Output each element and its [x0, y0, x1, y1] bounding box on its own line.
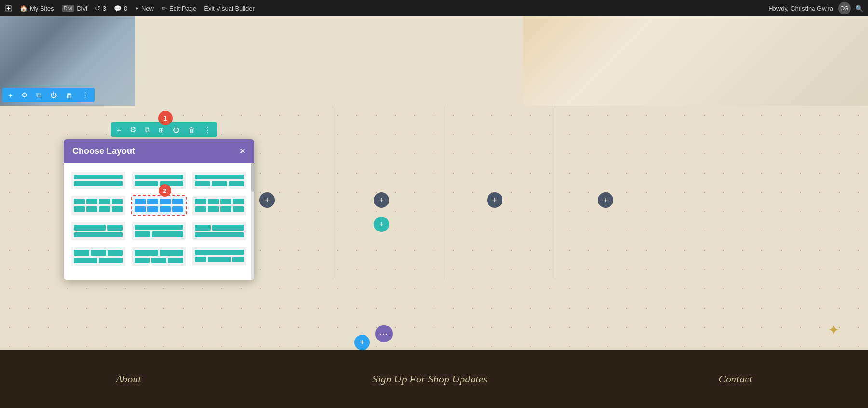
- wp-icon: ⊞: [5, 3, 12, 14]
- new-menu[interactable]: + New: [135, 5, 154, 12]
- plus-icon-section: +: [360, 338, 365, 348]
- add-col-btn-3[interactable]: +: [487, 192, 502, 208]
- layout-5col-c[interactable]: [191, 246, 247, 267]
- plus-icon-teal: +: [379, 219, 384, 230]
- top-images: [0, 16, 868, 106]
- new-label: New: [141, 5, 154, 12]
- user-avatar[interactable]: CG: [838, 2, 851, 14]
- footer: About Sign Up For Shop Updates Contact: [0, 350, 868, 408]
- comments-count: 0: [124, 5, 127, 12]
- layout-4col-selected[interactable]: [131, 195, 187, 216]
- settings-icon-blue[interactable]: ⚙: [21, 91, 27, 99]
- close-layout-button[interactable]: ✕: [239, 147, 245, 156]
- layout-5col-b[interactable]: [131, 246, 187, 267]
- footer-about[interactable]: About: [116, 373, 141, 385]
- updates-icon: ↺: [95, 5, 100, 12]
- layout-narrow-wide[interactable]: [191, 221, 247, 241]
- plus-icon-1: +: [265, 195, 270, 205]
- col-divider-3: [444, 106, 444, 279]
- row-toolbar-blue: + ⚙ ⧉ ⏻ 🗑 ⋮: [2, 88, 95, 102]
- badge-2: 2: [159, 184, 171, 197]
- plus-icon-2: +: [379, 195, 384, 205]
- settings-icon-teal[interactable]: ⚙: [130, 125, 136, 134]
- new-icon: +: [135, 5, 139, 12]
- add-row-btn-teal[interactable]: +: [374, 217, 389, 232]
- edit-page-label: Edit Page: [169, 5, 196, 12]
- choose-layout-header: Choose Layout ✕: [64, 139, 254, 163]
- layout-mixed[interactable]: [131, 221, 187, 241]
- more-icon-teal[interactable]: ⋮: [204, 125, 211, 134]
- layout-5col-a[interactable]: [70, 246, 126, 267]
- divi-label: Divi: [77, 5, 87, 12]
- more-icon-blue[interactable]: ⋮: [81, 91, 89, 99]
- add-col-btn-4[interactable]: +: [598, 192, 613, 208]
- delete-icon-teal[interactable]: 🗑: [188, 126, 195, 134]
- layout-row-2: [70, 195, 247, 216]
- comments-menu[interactable]: 💬 0: [114, 5, 127, 12]
- divi-menu[interactable]: Divi Divi: [62, 5, 87, 12]
- divi-icon: Divi: [62, 5, 74, 12]
- layout-3col[interactable]: [191, 171, 247, 190]
- choose-layout-panel: Choose Layout ✕: [64, 139, 254, 280]
- plus-icon-4: +: [603, 195, 609, 205]
- more-options-button[interactable]: ···: [375, 325, 393, 342]
- footer-contact[interactable]: Contact: [719, 373, 752, 385]
- col-divider-2: [333, 106, 333, 279]
- add-section-btn[interactable]: +: [354, 335, 370, 350]
- bookmark-icon-teal[interactable]: ⊞: [159, 126, 164, 134]
- page-content: + ⚙ ⧉ ⏻ 🗑 ⋮ + + + + + +: [0, 16, 868, 408]
- layout-scrollbar[interactable]: [251, 163, 254, 280]
- updates-menu[interactable]: ↺ 3: [95, 5, 106, 12]
- layout-4col-a[interactable]: [70, 195, 126, 216]
- toggle-icon-blue[interactable]: ⏻: [50, 91, 57, 99]
- plus-icon-3: +: [492, 195, 498, 205]
- admin-bar-right: Howdy, Christina Gwira CG 🔍: [768, 2, 863, 14]
- choose-layout-body[interactable]: [64, 163, 254, 280]
- exit-vb-label: Exit Visual Builder: [204, 5, 255, 12]
- comments-icon: 💬: [114, 5, 122, 12]
- badge-1: 1: [158, 111, 173, 125]
- updates-count: 3: [103, 5, 106, 12]
- search-icon[interactable]: 🔍: [855, 5, 863, 12]
- scrollbar-thumb[interactable]: [251, 163, 254, 192]
- layout-wide-narrow[interactable]: [70, 221, 126, 241]
- more-dots-icon: ···: [380, 329, 388, 339]
- layout-4col-b[interactable]: [191, 195, 247, 216]
- layout-full[interactable]: [70, 171, 126, 190]
- diamond-decoration: ✦: [828, 322, 839, 338]
- layout-row-3: [70, 221, 247, 241]
- exit-vb-menu[interactable]: Exit Visual Builder: [204, 5, 255, 12]
- choose-layout-title: Choose Layout: [72, 146, 135, 156]
- toggle-icon-teal[interactable]: ⏻: [173, 126, 179, 134]
- my-sites-label: My Sites: [30, 5, 54, 12]
- top-right-image: [523, 16, 868, 106]
- add-col-btn-2[interactable]: +: [374, 192, 389, 208]
- clone-icon-blue[interactable]: ⧉: [36, 91, 41, 99]
- my-sites-menu[interactable]: 🏠 My Sites: [20, 5, 54, 12]
- clone-icon-teal[interactable]: ⧉: [145, 125, 150, 134]
- col-divider-4: [555, 106, 555, 279]
- footer-signup[interactable]: Sign Up For Shop Updates: [372, 373, 487, 385]
- user-greeting: Howdy, Christina Gwira: [768, 5, 833, 12]
- wp-logo[interactable]: ⊞: [5, 3, 12, 14]
- sites-icon: 🏠: [20, 5, 27, 12]
- delete-icon-blue[interactable]: 🗑: [66, 91, 73, 99]
- add-row-icon[interactable]: +: [8, 91, 13, 99]
- admin-bar: ⊞ 🏠 My Sites Divi Divi ↺ 3 💬 0 + New ✏ E…: [0, 0, 868, 16]
- layout-row-4: [70, 246, 247, 267]
- edit-page-menu[interactable]: ✏ Edit Page: [162, 5, 196, 12]
- edit-icon: ✏: [162, 5, 167, 12]
- add-icon-teal[interactable]: +: [117, 126, 121, 134]
- add-col-btn-1[interactable]: +: [259, 192, 275, 208]
